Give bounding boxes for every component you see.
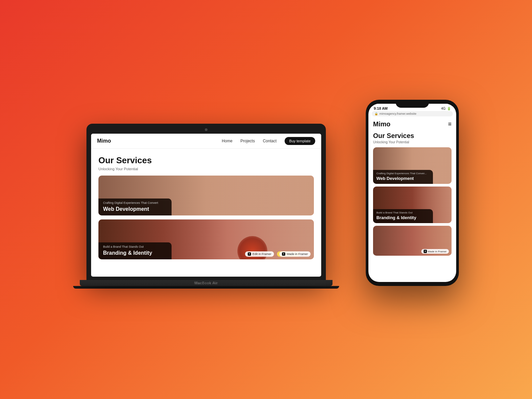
phone-screen: 9:18 AM 4G 🔋 🔒 mimoagency.framer.website… bbox=[368, 104, 456, 282]
laptop-branding-tagline: Build a Brand That Stands Out bbox=[103, 245, 167, 248]
scene: Mimo Home Projects Contact Buy template … bbox=[0, 0, 532, 399]
framer-icon-edit bbox=[248, 252, 251, 256]
laptop-body: Mimo Home Projects Contact Buy template … bbox=[86, 124, 326, 280]
lock-icon: 🔒 bbox=[374, 112, 378, 115]
browser-nav: Mimo Home Projects Contact Buy template bbox=[91, 134, 321, 149]
laptop-foot bbox=[73, 286, 339, 289]
laptop-screen: Mimo Home Projects Contact Buy template … bbox=[91, 134, 321, 277]
phone-body: 9:18 AM 4G 🔋 🔒 mimoagency.framer.website… bbox=[366, 100, 459, 286]
phone-notch bbox=[396, 100, 429, 108]
phone-framer-badge[interactable]: Made in Framer bbox=[421, 249, 449, 254]
laptop-site-logo: Mimo bbox=[97, 138, 111, 144]
phone-card-webdev[interactable]: Crafting Digital Experiences That Conver… bbox=[373, 147, 452, 184]
laptop-card-branding-overlay: Build a Brand That Stands Out Branding &… bbox=[98, 242, 172, 259]
phone-framer-icon bbox=[424, 250, 427, 253]
made-framer-label: Made in Framer bbox=[287, 252, 308, 256]
phone-url-bar[interactable]: 🔒 mimoagency.framer.website bbox=[372, 111, 453, 116]
laptop-services-subtitle: Unlocking Your Potential bbox=[98, 167, 314, 171]
laptop-browser-content: Our Services Unlocking Your Potential Cr… bbox=[91, 149, 321, 276]
laptop-webdev-title: Web Development bbox=[103, 206, 167, 212]
laptop-card-webdev[interactable]: Crafting Digital Experiences That Conver… bbox=[98, 176, 314, 215]
phone-card-branding[interactable]: Build a Brand That Stands Out Branding &… bbox=[373, 187, 452, 223]
phone-card-branding-overlay: Build a Brand That Stands Out Branding &… bbox=[373, 209, 433, 223]
laptop-model-label: MacBook Air bbox=[195, 281, 217, 285]
laptop-nav-projects[interactable]: Projects bbox=[240, 139, 255, 143]
phone-battery-icon: 🔋 bbox=[447, 107, 451, 110]
phone-signal: 4G bbox=[441, 107, 446, 110]
phone-url-text: mimoagency.framer.website bbox=[379, 112, 416, 115]
laptop-branding-title: Branding & Identity bbox=[103, 250, 167, 256]
laptop-wrapper: Mimo Home Projects Contact Buy template … bbox=[73, 124, 339, 289]
laptop-webdev-tagline: Crafting Digital Experiences That Conver… bbox=[103, 201, 167, 204]
laptop-nav-contact[interactable]: Contact bbox=[263, 139, 276, 143]
phone-status-icons: 4G 🔋 bbox=[441, 107, 451, 110]
laptop-card-webdev-overlay: Crafting Digital Experiences That Conver… bbox=[98, 199, 172, 215]
phone-framer-label: Made in Framer bbox=[428, 250, 447, 253]
edit-framer-badge[interactable]: Edit in Framer bbox=[245, 251, 274, 257]
phone-card-webdev-overlay: Crafting Digital Experiences That Conver… bbox=[373, 170, 433, 184]
phone-branding-title: Branding & Identity bbox=[376, 215, 430, 220]
phone-browser-nav: Mimo ≡ bbox=[368, 118, 456, 129]
phone-webdev-tagline: Crafting Digital Experiences That Conver… bbox=[376, 172, 430, 175]
laptop-services-title: Our Services bbox=[98, 155, 314, 166]
phone-services-subtitle: Unlocking Your Potential bbox=[373, 140, 452, 144]
laptop-base: MacBook Air bbox=[80, 280, 332, 286]
made-in-framer-badge[interactable]: Made in Framer bbox=[279, 251, 311, 257]
laptop-buy-button[interactable]: Buy template bbox=[285, 137, 315, 145]
laptop-nav-links: Home Projects Contact Buy template bbox=[222, 137, 315, 145]
edit-framer-label: Edit in Framer bbox=[252, 252, 271, 256]
phone-content: Our Services Unlocking Your Potential Cr… bbox=[368, 129, 456, 261]
phone-card-third[interactable]: Made in Framer bbox=[373, 226, 452, 256]
laptop-nav-home[interactable]: Home bbox=[222, 139, 232, 143]
laptop-card-branding[interactable]: Build a Brand That Stands Out Branding &… bbox=[98, 219, 314, 259]
phone-site-logo: Mimo bbox=[373, 120, 390, 128]
phone-wrapper: 9:18 AM 4G 🔋 🔒 mimoagency.framer.website… bbox=[366, 100, 459, 286]
phone-webdev-title: Web Development bbox=[376, 176, 430, 181]
phone-hamburger-icon[interactable]: ≡ bbox=[448, 121, 452, 128]
framer-icon-made bbox=[282, 252, 285, 256]
phone-branding-tagline: Build a Brand That Stands Out bbox=[376, 211, 430, 214]
laptop-camera bbox=[205, 128, 207, 131]
phone-time: 9:18 AM bbox=[374, 106, 388, 110]
phone-services-title: Our Services bbox=[373, 132, 452, 140]
